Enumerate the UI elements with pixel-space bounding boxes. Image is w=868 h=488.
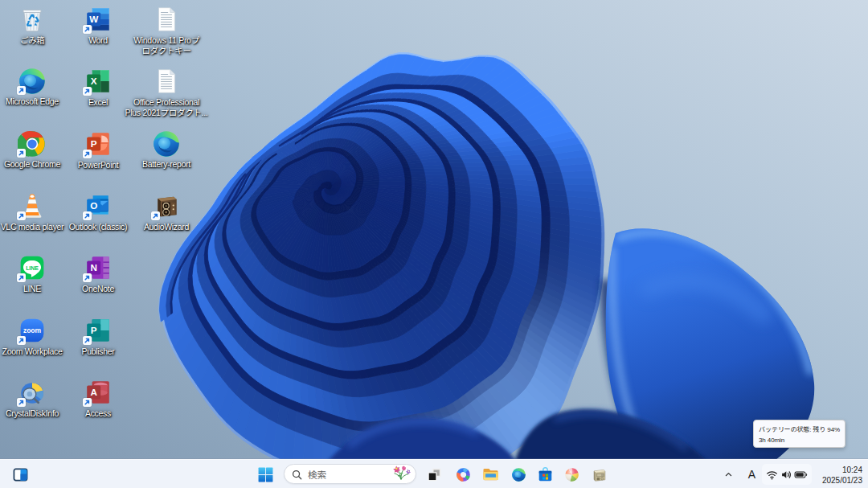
shortcut-arrow-icon xyxy=(151,211,160,220)
svg-text:W: W xyxy=(89,14,98,24)
desktop-icon-audiowizard-3-2[interactable]: AudioWizard xyxy=(106,192,227,232)
text-file-icon xyxy=(153,68,180,95)
desktop-icon-access-6-1[interactable]: A Access xyxy=(38,379,158,418)
shortcut-arrow-icon xyxy=(17,273,26,282)
shortcut-arrow-icon xyxy=(83,336,92,345)
battery-tooltip-line1: バッテリーの状態: 残り 94% xyxy=(759,424,840,434)
desktop-icon-text-file-0-2[interactable]: Windows 11 Proプ ロダクトキー xyxy=(106,6,227,55)
desktop-icon-label: Publisher xyxy=(38,346,158,356)
desktop-icon-label: OneNote xyxy=(38,283,158,293)
shortcut-arrow-icon xyxy=(17,398,26,407)
shortcut-arrow-icon xyxy=(83,398,92,407)
taskbar-button-edge[interactable] xyxy=(507,462,530,486)
shortcut-arrow-icon xyxy=(17,211,26,220)
search-icon xyxy=(292,465,302,484)
start-button[interactable] xyxy=(254,462,276,486)
search-box[interactable]: 検索 xyxy=(284,464,416,484)
taskbar-button-file-explorer[interactable] xyxy=(479,462,502,486)
shortcut-arrow-icon xyxy=(83,25,92,34)
desktop-icon-text-file-1-2[interactable]: Office Professional Plus 2021プロダクト... xyxy=(106,68,227,117)
shortcut-arrow-icon xyxy=(83,273,92,282)
svg-text:P: P xyxy=(91,325,97,335)
edge-icon xyxy=(153,129,180,157)
clock[interactable]: 10:24 2025/01/23 xyxy=(822,460,862,488)
shortcut-arrow-icon xyxy=(17,86,26,95)
svg-text:LINE: LINE xyxy=(26,265,39,271)
screen-split-corner-button[interactable] xyxy=(9,462,31,486)
desktop-icon-edge-2-2[interactable]: Battery-report xyxy=(106,130,227,169)
svg-text:O: O xyxy=(90,200,97,211)
taskbar-button-beige-device-app[interactable] xyxy=(588,462,610,486)
search-highlights-flowers-icon[interactable] xyxy=(391,464,411,484)
taskbar-button-microsoft-store[interactable] xyxy=(534,462,556,486)
desktop-icon-onenote-4-1[interactable]: N OneNote xyxy=(38,254,158,293)
quick-settings-group[interactable] xyxy=(762,464,812,485)
svg-text:P: P xyxy=(91,138,97,149)
shortcut-arrow-icon xyxy=(17,149,26,158)
desktop-icon-label: AudioWizard xyxy=(106,221,227,232)
taskbar-button-color-sphere-app[interactable] xyxy=(560,462,583,486)
volume-icon xyxy=(780,470,792,480)
desktop-icon-label: Access xyxy=(38,408,158,418)
taskbar-button-copilot[interactable] xyxy=(452,462,474,486)
shortcut-arrow-icon xyxy=(17,336,26,345)
windows-11-desktop: { "desktop": { "icons": [ { "label": "ごみ… xyxy=(0,0,868,488)
publisher-icon: P xyxy=(84,317,112,344)
wifi-icon xyxy=(766,470,778,480)
access-icon: A xyxy=(84,379,112,406)
shortcut-arrow-icon xyxy=(83,211,92,220)
shortcut-arrow-icon xyxy=(83,150,92,158)
desktop-icon-label: Windows 11 Proプ ロダクトキー xyxy=(106,35,227,55)
battery-status-tooltip: バッテリーの状態: 残り 94% 3h 40min xyxy=(753,420,845,448)
svg-text:N: N xyxy=(90,262,96,273)
battery-tooltip-line2: 3h 40min xyxy=(759,434,840,445)
taskbar: 検索 xyxy=(0,459,868,488)
tray-overflow-chevron-icon[interactable] xyxy=(724,460,733,488)
desktop-icon-label: Office Professional Plus 2021プロダクト... xyxy=(106,96,227,117)
svg-text:A: A xyxy=(90,387,97,397)
desktop-icon-label: Battery-report xyxy=(106,158,227,169)
audiowizard-icon xyxy=(153,192,180,219)
clock-date: 2025/01/23 xyxy=(822,474,862,485)
onenote-icon: N xyxy=(84,254,112,281)
desktop-icon-publisher-5-1[interactable]: P Publisher xyxy=(38,317,158,356)
battery-icon xyxy=(794,470,808,479)
search-placeholder: 検索 xyxy=(308,468,391,481)
svg-text:X: X xyxy=(91,76,97,87)
taskbar-button-task-view[interactable] xyxy=(423,462,445,486)
shortcut-arrow-icon xyxy=(83,87,92,96)
ime-indicator[interactable]: A xyxy=(748,460,755,488)
text-file-icon xyxy=(153,6,180,33)
